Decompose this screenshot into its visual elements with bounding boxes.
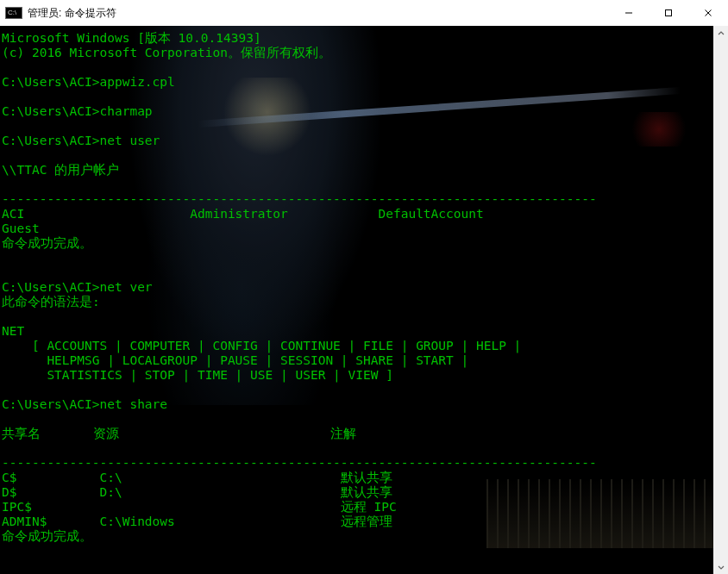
scroll-down-button[interactable]: [713, 559, 728, 574]
line: [ ACCOUNTS | COMPUTER | CONFIG | CONTINU…: [2, 339, 521, 353]
title-bar[interactable]: C:\ 管理员: 命令提示符: [0, 0, 728, 26]
line: Microsoft Windows [版本 10.0.14393]: [2, 31, 261, 45]
vertical-scrollbar[interactable]: [713, 26, 728, 574]
line: HELPMSG | LOCALGROUP | PAUSE | SESSION |…: [2, 353, 468, 367]
line: Guest: [2, 221, 40, 235]
line: C:\Users\ACI>net share: [2, 397, 167, 411]
line: 共享名 资源 注解: [2, 427, 356, 440]
client-area: Microsoft Windows [版本 10.0.14393] (c) 20…: [0, 26, 728, 574]
svg-rect-1: [666, 10, 672, 16]
line: ----------------------------------------…: [2, 192, 597, 206]
line: 此命令的语法是:: [2, 295, 100, 309]
line: 命令成功完成。: [2, 236, 92, 250]
close-button[interactable]: [688, 0, 728, 26]
window-title: 管理员: 命令提示符: [28, 6, 609, 21]
terminal-output[interactable]: Microsoft Windows [版本 10.0.14393] (c) 20…: [2, 31, 713, 574]
line: (c) 2016 Microsoft Corporation。保留所有权利。: [2, 46, 331, 59]
line: C$ C:\ 默认共享: [2, 471, 392, 484]
line: ----------------------------------------…: [2, 456, 597, 470]
line: 命令成功完成。: [2, 529, 92, 543]
line: NET: [2, 324, 24, 338]
line: IPC$ 远程 IPC: [2, 500, 397, 514]
cmd-window: C:\ 管理员: 命令提示符 Microsoft Windows [版本 10.…: [0, 0, 728, 574]
line: ACI Administrator DefaultAccount: [2, 207, 484, 221]
line: D$ D:\ 默认共享: [2, 485, 392, 499]
line: C:\Users\ACI>net ver: [2, 280, 153, 294]
line: STATISTICS | STOP | TIME | USE | USER | …: [2, 368, 393, 382]
maximize-button[interactable]: [649, 0, 688, 26]
line: C:\Users\ACI>charmap: [2, 104, 153, 118]
scroll-up-button[interactable]: [713, 26, 728, 41]
line: C:\Users\ACI>appwiz.cpl: [2, 75, 175, 89]
line: C:\Users\ACI>net user: [2, 134, 160, 147]
minimize-button[interactable]: [609, 0, 649, 26]
line: \\TTAC 的用户帐户: [2, 163, 119, 177]
line: ADMIN$ C:\Windows 远程管理: [2, 515, 392, 528]
app-icon: C:\: [5, 7, 22, 19]
